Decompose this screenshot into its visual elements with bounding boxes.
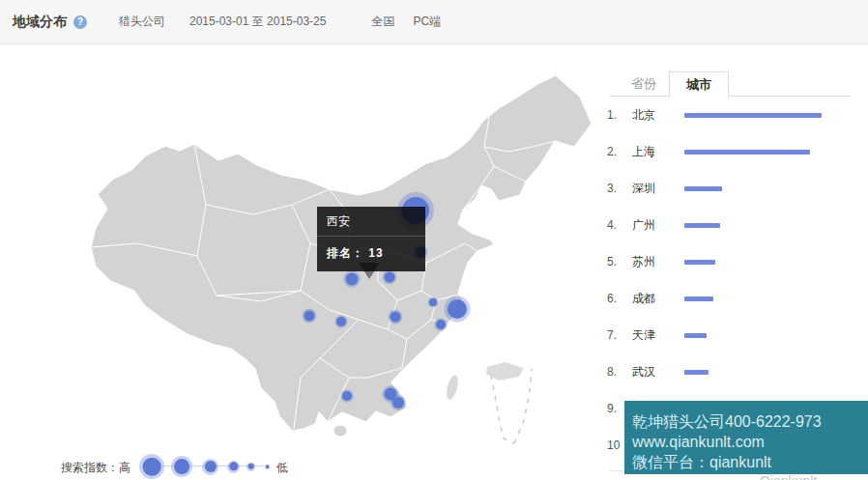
header-bar: 地域分布 ? 猎头公司 2015-03-01 至 2015-03-25 全国 P… (0, 0, 868, 44)
rank-number: 7. (607, 328, 632, 342)
map-bubble[interactable] (448, 299, 467, 319)
ad-line-3: 微信平台：qiankunlt (632, 452, 868, 472)
map-tooltip: 西安 排名： 13 (317, 207, 425, 271)
legend-bubble-core (143, 458, 161, 476)
partial-watermark: Qiankunlt (760, 474, 856, 480)
city-name: 天津 (632, 327, 684, 344)
tab-city[interactable]: 城市 (669, 71, 729, 98)
rank-bar (684, 113, 822, 118)
search-index-legend: 搜索指数：高 低 (61, 453, 312, 480)
map-bubble[interactable] (346, 273, 359, 286)
rank-bar (684, 260, 715, 265)
legend-bubble (246, 463, 255, 471)
ad-line-2: www.qiankunlt.com (632, 432, 868, 452)
rank-number: 5. (607, 255, 632, 268)
tooltip-rank: 排名： 13 (317, 237, 425, 271)
map-bubble[interactable] (385, 272, 395, 283)
rank-bar (684, 370, 709, 375)
tooltip-rank-label: 排名： (327, 246, 364, 260)
map-bubble[interactable] (342, 391, 352, 401)
rank-row[interactable]: 6.成都 (607, 280, 849, 317)
legend-bubble-core (247, 464, 253, 469)
city-name: 北京 (632, 107, 684, 124)
rank-bar (684, 150, 810, 155)
city-name: 苏州 (632, 254, 684, 270)
rank-bar (684, 296, 713, 301)
city-name: 成都 (632, 291, 684, 307)
page-title: 地域分布 (13, 14, 67, 31)
map-bubble[interactable] (391, 312, 401, 323)
rank-number: 8. (607, 365, 632, 379)
legend-bubble-core (174, 459, 189, 474)
legend-bubble (139, 454, 164, 479)
rank-bar (684, 223, 720, 228)
rank-row[interactable]: 1.北京 (607, 97, 849, 133)
map-bubble[interactable] (429, 298, 437, 306)
rank-number: 2. (607, 145, 632, 158)
ad-overlay: 乾坤猎头公司400-6222-973 www.qiankunlt.com 微信平… (624, 401, 868, 474)
map-bubble[interactable] (392, 397, 404, 409)
rank-number: 4. (607, 218, 632, 232)
legend-bubble-core (204, 461, 216, 472)
taiwan-island (445, 374, 460, 401)
legend-bubble (265, 465, 270, 469)
rank-row[interactable]: 5.苏州 (607, 243, 849, 280)
keyword-label: 猎头公司 (119, 14, 165, 30)
city-name: 武汉 (632, 364, 684, 381)
city-name: 深圳 (632, 181, 684, 197)
city-name: 广州 (632, 217, 684, 234)
help-icon[interactable]: ? (73, 15, 87, 29)
scs-dash-left (491, 375, 514, 443)
legend-high-label: 搜索指数：高 (61, 460, 130, 476)
rank-number: 1. (607, 108, 632, 122)
legend-low-label: 低 (276, 460, 288, 476)
region-tabs: 省份 城市 (609, 71, 849, 97)
scs-dash-right (514, 369, 532, 443)
rank-bar (684, 333, 707, 338)
platform-label: PC端 (413, 14, 441, 30)
map-bubble[interactable] (436, 320, 446, 329)
legend-bubble-core (229, 462, 238, 470)
rank-row[interactable]: 7.天津 (607, 317, 849, 353)
map-bubble[interactable] (336, 317, 346, 326)
rank-number: 3. (607, 182, 632, 195)
region-label: 全国 (371, 14, 394, 30)
date-range-label: 2015-03-01 至 2015-03-25 (189, 14, 326, 30)
map-bubble[interactable] (304, 311, 315, 322)
rank-row[interactable]: 4.广州 (607, 207, 849, 243)
tooltip-rank-value: 13 (368, 246, 383, 260)
city-name: 上海 (632, 144, 684, 160)
legend-bubble (202, 459, 218, 475)
rank-row[interactable]: 8.武汉 (607, 353, 849, 390)
hainan-island (334, 426, 347, 437)
legend-bubble-core (266, 465, 270, 468)
rank-row[interactable]: 2.上海 (607, 133, 849, 170)
legend-bubble (227, 461, 240, 473)
rank-row[interactable]: 3.深圳 (607, 170, 849, 207)
tooltip-city: 西安 (317, 207, 425, 237)
rank-bar (684, 186, 722, 191)
ad-line-1: 乾坤猎头公司400-6222-973 (632, 411, 868, 432)
legend-bubble (171, 456, 192, 477)
rank-number: 6. (607, 292, 632, 305)
tab-province[interactable]: 省份 (617, 71, 671, 96)
